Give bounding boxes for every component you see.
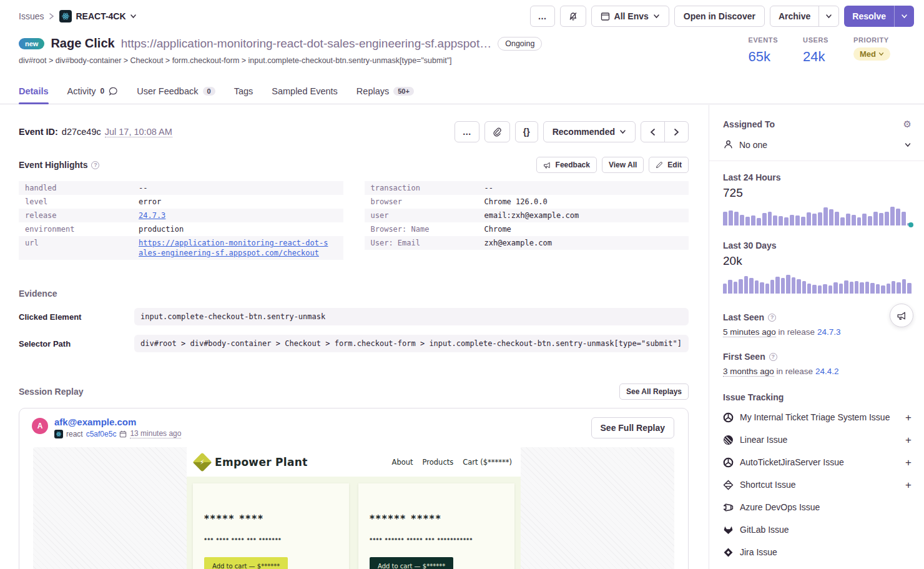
replay-player-viewport[interactable]: ⚡ Empower Plant About Products Cart ($**… (33, 447, 674, 569)
add-issue-button[interactable]: + (905, 480, 912, 490)
previous-event-button[interactable] (641, 122, 664, 142)
feedback-button[interactable]: Feedback (536, 157, 597, 173)
event-more-button[interactable]: … (455, 121, 479, 142)
see-full-replay-button[interactable]: See Full Replay (591, 417, 674, 438)
view-all-button[interactable]: View All (602, 157, 644, 173)
help-icon[interactable]: ? (768, 314, 776, 322)
event-id: Event ID: d27ce49c Jul 17, 10:08 AM (19, 127, 172, 137)
assignee-selector[interactable]: No one (723, 139, 912, 150)
view-json-button[interactable]: {} (515, 121, 538, 142)
archive-dropdown-button[interactable] (818, 6, 838, 26)
last-30-days-bars[interactable] (723, 275, 912, 294)
replay-add-to-cart-button: Add to cart — $****** (370, 557, 453, 569)
edit-button[interactable]: Edit (649, 157, 689, 173)
breadcrumb-issues[interactable]: Issues (19, 11, 44, 21)
add-issue-button[interactable]: + (905, 457, 912, 468)
list-item[interactable]: Azure DevOps Issue (723, 496, 912, 518)
ellipsis-icon: … (538, 11, 547, 21)
tab-user-feedback[interactable]: User Feedback 0 (137, 86, 215, 104)
chevron-right-icon (49, 12, 54, 20)
issue-tracking-label: Azure DevOps Issue (740, 502, 912, 512)
tab-replays[interactable]: Replays 50+ (356, 86, 414, 104)
replay-id-link[interactable]: c5af0e5c (86, 430, 117, 438)
project-selector[interactable]: REACT-4CK (59, 10, 136, 22)
resolve-dropdown-button[interactable] (894, 6, 914, 27)
issue-tracking-label: My Internal Ticket Triage System Issue (740, 412, 899, 422)
kv-value: email:zxh@example.com (484, 210, 579, 220)
table-row: urlhttps://application-monitoring-react-… (19, 236, 343, 260)
issue-tracking-label: Linear Issue (740, 435, 899, 445)
tab-activity[interactable]: Activity 0 (67, 86, 119, 104)
replay-time-ago[interactable]: 13 minutes ago (130, 429, 181, 438)
replay-site-brand: ⚡ Empower Plant (195, 455, 308, 469)
last-30-days-title: Last 30 Days (723, 240, 912, 250)
help-icon[interactable]: ? (769, 353, 777, 361)
selector-path-value: div#root > div#body-container > Checkout… (134, 335, 689, 352)
mute-notifications-button[interactable] (560, 6, 586, 27)
replay-add-to-cart-button: Add to cart — $****** (204, 557, 288, 569)
tab-user-feedback-label: User Feedback (137, 86, 198, 96)
list-item[interactable]: AutoTicketJiraServer Issue + (723, 451, 912, 473)
list-item[interactable]: Shortcut Issue + (723, 473, 912, 496)
gear-icon[interactable]: ⚙ (903, 119, 912, 130)
more-actions-button[interactable]: … (530, 6, 555, 27)
list-item[interactable]: GitLab Issue (723, 518, 912, 541)
priority-selector[interactable]: Med (853, 47, 890, 61)
first-seen-time[interactable]: 3 months ago (723, 367, 774, 377)
help-icon[interactable]: ? (91, 161, 99, 169)
chevron-right-icon (674, 128, 679, 136)
floating-feedback-button[interactable] (890, 304, 913, 327)
archive-button[interactable]: Archive (770, 6, 818, 26)
tab-sampled-events[interactable]: Sampled Events (272, 86, 338, 104)
replay-site-nav: About Products Cart ($******) (392, 458, 512, 467)
release-link[interactable]: 24.7.3 (139, 210, 165, 220)
kv-value: zxh@example.com (484, 238, 552, 248)
see-all-replays-button[interactable]: See All Replays (619, 383, 689, 400)
session-replay-title: Session Replay (19, 387, 84, 397)
tab-details[interactable]: Details (19, 86, 49, 104)
event-highlights-header: Event Highlights ? Feedback View All Edi… (19, 157, 689, 173)
list-item[interactable]: Linear Issue + (723, 428, 912, 451)
next-event-button[interactable] (664, 122, 688, 142)
event-header-row: Event ID: d27ce49c Jul 17, 10:08 AM … {}… (19, 121, 689, 142)
event-sort-selector[interactable]: Recommended (543, 121, 636, 142)
last-seen-time[interactable]: 5 minutes ago (723, 327, 776, 337)
table-row: levelerror (19, 195, 343, 209)
event-timestamp[interactable]: Jul 17, 10:08 AM (105, 127, 172, 137)
activity-count: 0 (100, 87, 104, 96)
last-24-hours-bars[interactable] (723, 207, 912, 225)
first-seen-section: First Seen ? 3 months ago in release 24.… (723, 352, 912, 376)
table-row: handled-- (19, 181, 343, 195)
resolve-button[interactable]: Resolve (844, 6, 894, 27)
highlights-table-left: handled-- levelerror release24.7.3 envir… (19, 181, 343, 260)
tab-tags[interactable]: Tags (234, 86, 253, 104)
last-seen-value: 5 minutes ago in release 24.7.3 (723, 327, 912, 337)
highlights-table-right: transaction-- browserChrome 126.0.0 user… (365, 181, 689, 260)
copy-link-button[interactable] (484, 121, 510, 142)
table-row: Browser: NameChrome (365, 222, 689, 236)
open-in-discover-button[interactable]: Open in Discover (674, 6, 765, 27)
replay-product-desc: *** **** **** *** ******* (204, 538, 338, 543)
user-feedback-count-badge: 0 (203, 87, 215, 96)
clicked-element-label: Clicked Element (19, 312, 134, 322)
last-seen-release-link[interactable]: 24.7.3 (817, 327, 841, 337)
replay-user-email-link[interactable]: afk@example.com (54, 417, 181, 427)
first-seen-release-link[interactable]: 24.4.2 (815, 367, 839, 376)
window-icon (601, 12, 610, 21)
environment-selector[interactable]: All Envs (591, 6, 669, 27)
users-value[interactable]: 24k (803, 49, 828, 65)
add-issue-button[interactable]: + (905, 412, 912, 423)
url-link[interactable]: https://application-monitoring-react-dot… (139, 238, 332, 258)
kv-key: level (25, 197, 139, 207)
table-row: useremail:zxh@example.com (365, 209, 689, 222)
top-bar: Issues REACT-4CK … All Envs Open in Disc… (0, 0, 924, 32)
list-item[interactable]: My Internal Ticket Triage System Issue + (723, 406, 912, 428)
events-value[interactable]: 65k (748, 49, 778, 65)
list-item[interactable]: Jira Issue (723, 541, 912, 563)
issue-tabs: Details Activity 0 User Feedback 0 Tags … (0, 80, 924, 104)
table-row: browserChrome 126.0.0 (365, 195, 689, 209)
add-issue-button[interactable]: + (905, 435, 912, 445)
replayed-webpage: ⚡ Empower Plant About Products Cart ($**… (187, 447, 521, 569)
events-label: EVENTS (748, 36, 778, 44)
breadcrumb: Issues REACT-4CK (19, 10, 137, 22)
